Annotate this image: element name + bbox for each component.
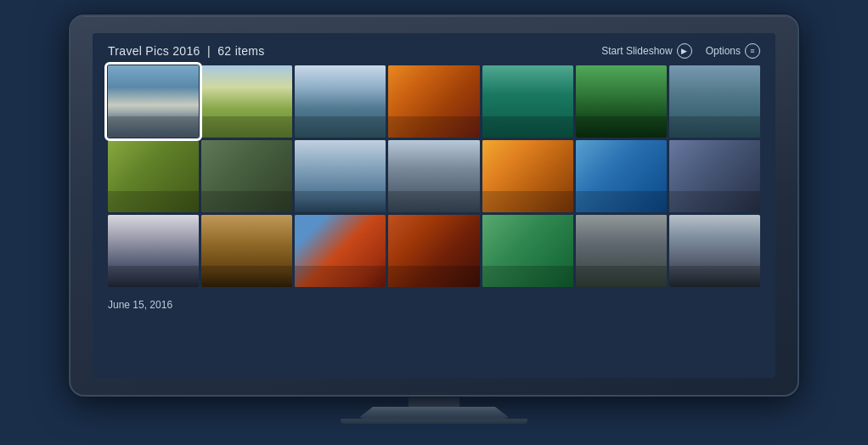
stand-foot <box>341 419 527 424</box>
photo-cell-2[interactable] <box>201 65 292 138</box>
tv-bezel: Travel Pics 2016 | 62 items Start Slides… <box>69 14 799 397</box>
photo-cell-20[interactable] <box>576 215 667 287</box>
photo-cell-13[interactable] <box>576 140 667 212</box>
photo-cell-14[interactable] <box>669 140 760 212</box>
options-icon: ≡ <box>745 43 760 59</box>
photo-grid <box>93 65 775 294</box>
photo-cell-15[interactable] <box>108 215 199 287</box>
album-info: Travel Pics 2016 | 62 items <box>108 43 265 59</box>
photo-cell-3[interactable] <box>295 65 386 138</box>
photo-cell-5[interactable] <box>482 65 573 138</box>
photo-cell-12[interactable] <box>482 140 573 212</box>
photo-cell-7[interactable] <box>669 65 760 138</box>
tv-screen: Travel Pics 2016 | 62 items Start Slides… <box>93 33 775 378</box>
slideshow-button[interactable]: Start Slideshow ▶ <box>601 43 691 59</box>
photo-cell-10[interactable] <box>295 140 386 212</box>
photo-cell-4[interactable] <box>388 65 479 138</box>
date-bar: June 15, 2016 <box>93 294 775 316</box>
options-label: Options <box>706 45 741 57</box>
photo-cell-17[interactable] <box>295 215 386 287</box>
slideshow-label: Start Slideshow <box>601 45 672 57</box>
stand-neck <box>409 397 459 407</box>
tv-stand <box>341 397 527 424</box>
date-text: June 15, 2016 <box>108 299 172 311</box>
photo-cell-6[interactable] <box>576 65 667 138</box>
photo-cell-11[interactable] <box>388 140 479 212</box>
album-title: Travel Pics 2016 | 62 items <box>108 44 265 58</box>
photo-cell-9[interactable] <box>201 140 292 212</box>
top-controls: Start Slideshow ▶ Options ≡ <box>601 43 760 59</box>
play-icon: ▶ <box>677 43 692 59</box>
separator: | <box>207 44 211 58</box>
photo-cell-19[interactable] <box>482 215 573 287</box>
photo-cell-18[interactable] <box>388 215 479 287</box>
photo-cell-16[interactable] <box>201 215 292 287</box>
stand-base <box>358 407 510 419</box>
album-title-text: Travel Pics 2016 <box>108 44 200 58</box>
photo-cell-21[interactable] <box>669 215 760 287</box>
tv-container: Travel Pics 2016 | 62 items Start Slides… <box>69 14 799 431</box>
photo-cell-1[interactable] <box>108 65 199 138</box>
item-count: 62 items <box>217 44 264 58</box>
photo-cell-8[interactable] <box>108 140 199 212</box>
top-bar: Travel Pics 2016 | 62 items Start Slides… <box>93 33 775 65</box>
options-button[interactable]: Options ≡ <box>706 43 760 59</box>
